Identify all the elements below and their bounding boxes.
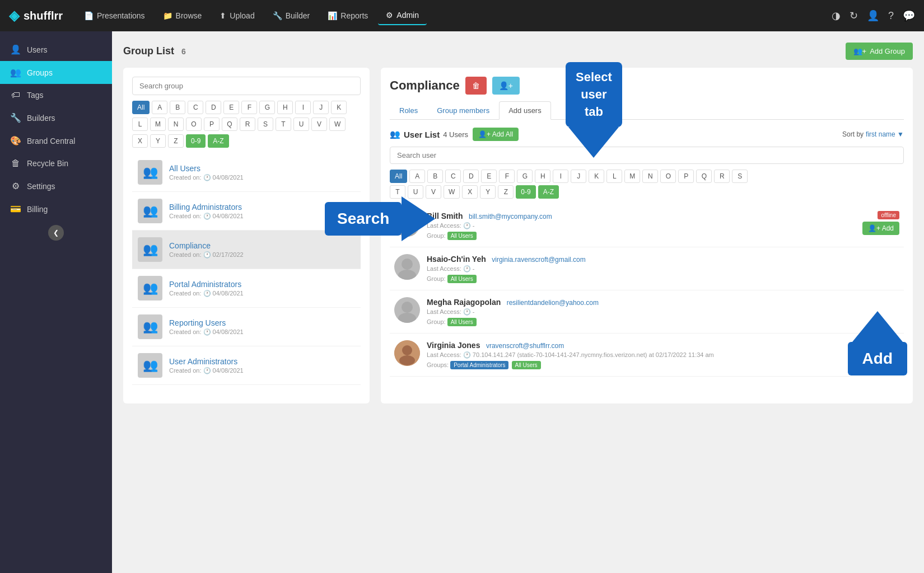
user-alpha-h[interactable]: H	[535, 170, 550, 183]
alpha-a[interactable]: A	[152, 101, 167, 114]
builders-icon: 🔧	[10, 112, 21, 123]
group-item-user-admins[interactable]: 👥 User Administrators Created on: 🕐 04/0…	[132, 346, 361, 385]
user-alpha-az[interactable]: A-Z	[538, 185, 559, 199]
user-alpha-m[interactable]: M	[624, 170, 640, 183]
sidebar-item-billing[interactable]: 💳 Billing	[0, 198, 112, 220]
user-search-input[interactable]	[390, 147, 904, 164]
user-alpha-g[interactable]: G	[517, 170, 533, 183]
alpha-f[interactable]: F	[241, 101, 257, 114]
group-item-portal-admins[interactable]: 👥 Portal Administrators Created on: 🕐 04…	[132, 269, 361, 308]
user-alpha-p[interactable]: P	[678, 170, 694, 183]
add-all-button[interactable]: 👤+ Add All	[473, 128, 519, 141]
add-callout: Add	[848, 342, 907, 375]
contrast-icon[interactable]: ◑	[832, 10, 841, 22]
alpha-t[interactable]: T	[276, 118, 291, 131]
alpha-h[interactable]: H	[277, 101, 293, 114]
alpha-e[interactable]: E	[223, 101, 239, 114]
nav-upload[interactable]: ⬆ Upload	[212, 7, 262, 25]
sidebar-item-tags[interactable]: 🏷 Tags	[0, 84, 112, 106]
user-alpha-z[interactable]: Z	[498, 185, 514, 199]
alpha-b[interactable]: B	[170, 101, 185, 114]
alpha-j[interactable]: J	[313, 101, 329, 114]
group-info: All Users Created on: 🕐 04/08/2021	[169, 164, 244, 181]
user-alpha-r[interactable]: R	[714, 170, 730, 183]
user-alpha-k[interactable]: K	[589, 170, 604, 183]
alpha-r[interactable]: R	[240, 118, 255, 131]
user-icon[interactable]: 👤	[867, 10, 879, 22]
user-alpha-i[interactable]: I	[553, 170, 568, 183]
help-icon[interactable]: ?	[888, 10, 894, 22]
add-user-bill-button[interactable]: 👤+ Add	[862, 222, 899, 235]
chat-icon[interactable]: 💬	[903, 10, 915, 22]
compliance-header: Compliance 🗑 👤+	[390, 77, 904, 95]
group-item-reporting-users[interactable]: 👥 Reporting Users Created on: 🕐 04/08/20…	[132, 308, 361, 346]
refresh-icon[interactable]: ↻	[850, 10, 858, 22]
alpha-y[interactable]: Y	[150, 134, 166, 148]
alpha-x[interactable]: X	[132, 134, 148, 148]
alpha-az[interactable]: A-Z	[208, 134, 228, 148]
alpha-c[interactable]: C	[188, 101, 203, 114]
user-alpha-e[interactable]: E	[481, 170, 497, 183]
alpha-d[interactable]: D	[206, 101, 221, 114]
sort-field-link[interactable]: first name ▼	[866, 130, 904, 138]
alpha-m[interactable]: M	[150, 118, 166, 131]
sidebar-item-recycle-bin[interactable]: 🗑 Recycle Bin	[0, 152, 112, 175]
user-alpha-q[interactable]: Q	[696, 170, 712, 183]
alpha-g[interactable]: G	[259, 101, 275, 114]
user-alpha-n[interactable]: N	[642, 170, 658, 183]
alpha-w[interactable]: W	[329, 118, 346, 131]
user-info-bill: Bill Smith bill.smith@mycompany.com Last…	[427, 211, 552, 240]
alpha-p[interactable]: P	[204, 118, 220, 131]
alpha-k[interactable]: K	[331, 101, 347, 114]
alpha-l[interactable]: L	[132, 118, 148, 131]
group-list: 👥 All Users Created on: 🕐 04/08/2021 👥 B…	[132, 153, 361, 385]
alpha-z[interactable]: Z	[168, 134, 184, 148]
alpha-u[interactable]: U	[293, 118, 309, 131]
sidebar-item-builders[interactable]: 🔧 Builders	[0, 106, 112, 129]
user-alpha-b[interactable]: B	[427, 170, 443, 183]
sidebar-collapse-btn[interactable]: ❮	[48, 225, 64, 241]
nav-admin[interactable]: ⚙ Admin	[378, 6, 427, 25]
user-alpha-c[interactable]: C	[445, 170, 461, 183]
alpha-09[interactable]: 0-9	[186, 134, 206, 148]
tab-add-users[interactable]: Add users	[499, 101, 551, 120]
nav-browse[interactable]: 📁 Browse	[155, 7, 210, 25]
delete-group-button[interactable]: 🗑	[465, 77, 487, 95]
manage-users-button[interactable]: 👤+	[492, 77, 520, 95]
user-alpha-f[interactable]: F	[499, 170, 515, 183]
user-alpha-s[interactable]: S	[732, 170, 748, 183]
alpha-q[interactable]: Q	[222, 118, 237, 131]
alpha-v[interactable]: V	[311, 118, 327, 131]
user-alpha-a[interactable]: A	[409, 170, 425, 183]
tab-group-members[interactable]: Group members	[427, 101, 499, 120]
alpha-all[interactable]: All	[132, 101, 150, 114]
alpha-n[interactable]: N	[168, 118, 184, 131]
nav-presentations[interactable]: 📄 Presentations	[76, 7, 153, 25]
user-alpha-y[interactable]: Y	[480, 185, 496, 199]
user-alpha-l[interactable]: L	[606, 170, 622, 183]
group-avatar: 👥	[138, 314, 162, 339]
top-nav: ◈ shufflrr 📄 Presentations 📁 Browse ⬆ Up…	[0, 0, 924, 31]
add-group-button[interactable]: 👥+ Add Group	[846, 43, 913, 60]
group-search-input[interactable]	[132, 77, 361, 95]
user-alpha-09[interactable]: 0-9	[516, 185, 535, 199]
alpha-s[interactable]: S	[258, 118, 273, 131]
user-alpha-w[interactable]: W	[444, 185, 460, 199]
sort-by: Sort by first name ▼	[842, 130, 904, 138]
nav-builder[interactable]: 🔧 Builder	[265, 7, 318, 25]
user-alpha-o[interactable]: O	[660, 170, 676, 183]
nav-reports[interactable]: 📊 Reports	[320, 7, 376, 25]
sidebar-item-users[interactable]: 👤 Users	[0, 38, 112, 61]
user-alpha-x[interactable]: X	[462, 185, 478, 199]
sidebar-item-groups[interactable]: 👥 Groups	[0, 61, 112, 84]
alpha-i[interactable]: I	[295, 101, 311, 114]
user-alpha-j[interactable]: J	[571, 170, 586, 183]
logo-text: shufflrr	[24, 10, 63, 22]
sidebar-item-brand-central[interactable]: 🎨 Brand Central	[0, 129, 112, 152]
user-alpha-all[interactable]: All	[390, 170, 407, 183]
group-item-all-users[interactable]: 👥 All Users Created on: 🕐 04/08/2021	[132, 153, 361, 192]
tab-roles[interactable]: Roles	[390, 101, 427, 120]
sidebar-item-settings[interactable]: ⚙ Settings	[0, 175, 112, 198]
user-alpha-d[interactable]: D	[463, 170, 479, 183]
alpha-o[interactable]: O	[186, 118, 202, 131]
